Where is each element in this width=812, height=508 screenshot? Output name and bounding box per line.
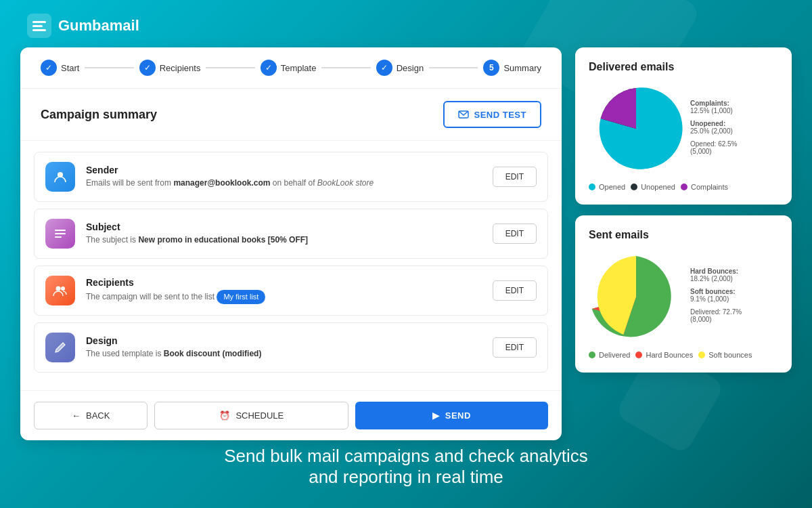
steps-bar: ✓ Start ✓ Recipients ✓ Template ✓ Design… bbox=[20, 47, 562, 89]
delivered-pie-container bbox=[589, 81, 683, 176]
step-design-label: Design bbox=[397, 63, 424, 73]
step-design: ✓ Design bbox=[376, 60, 424, 76]
step-summary-label: Summary bbox=[503, 63, 541, 73]
sent-chart-title: Sent emails bbox=[589, 229, 778, 241]
summary-header: Campaign summary SEND TEST bbox=[20, 89, 562, 141]
legend-soft-bounces: Soft bounces bbox=[698, 351, 752, 359]
delivered-dot bbox=[589, 352, 595, 358]
summary-title: Campaign summary bbox=[41, 108, 157, 122]
sender-edit-button[interactable]: EDIT bbox=[493, 167, 537, 187]
clock-icon: ⏰ bbox=[219, 410, 230, 421]
send-test-button[interactable]: SEND TEST bbox=[443, 101, 541, 128]
logo-text: Gumbamail bbox=[58, 17, 139, 35]
connector-3 bbox=[321, 67, 370, 68]
sent-chart-legend: Delivered Hard Bounces Soft bounces bbox=[589, 351, 778, 359]
delivered-chart-legend: Opened Unopened Complaints bbox=[589, 183, 778, 191]
recipients-content: Recipients The campaign will be sent to … bbox=[86, 277, 482, 304]
step-start-label: Start bbox=[61, 63, 79, 73]
legend-complaints: Complaints bbox=[681, 183, 728, 191]
recipients-edit-button[interactable]: EDIT bbox=[493, 280, 537, 301]
send-arrow-icon: ▶ bbox=[432, 410, 440, 421]
subject-edit-button[interactable]: EDIT bbox=[493, 224, 537, 244]
svg-rect-5 bbox=[55, 230, 66, 231]
tagline-line2: and reporting in real time bbox=[0, 467, 812, 488]
schedule-button[interactable]: ⏰ SCHEDULE bbox=[154, 402, 348, 429]
subject-content: Subject The subject is New promo in educ… bbox=[86, 221, 482, 246]
delivered-chart-content: Complaints:12.5% (1,000) Unopened:25.0% … bbox=[589, 81, 778, 176]
design-content: Design The used template is Book discoun… bbox=[86, 335, 482, 360]
sent-chart-panel: Sent emails Hard Bounces:18.2% (2,000) bbox=[575, 215, 792, 373]
logo-icon bbox=[27, 14, 51, 38]
legend-opened: Opened bbox=[589, 183, 625, 191]
delivered-chart-title: Delivered emails bbox=[589, 61, 778, 73]
opened-legend-label: Opened bbox=[599, 183, 625, 191]
sender-content: Sender Emails will be sent from manager@… bbox=[86, 165, 482, 189]
step-template-label: Template bbox=[281, 63, 317, 73]
sender-icon bbox=[45, 162, 75, 192]
legend-hard-bounces: Hard Bounces bbox=[635, 351, 693, 359]
complaints-label: Complaints:12.5% (1,000) bbox=[690, 100, 778, 114]
step-summary-num: 5 bbox=[483, 60, 499, 76]
recipients-desc: The campaign will be sent to the list My… bbox=[86, 290, 482, 304]
unopened-legend-label: Unopened bbox=[641, 183, 675, 191]
step-summary: 5 Summary bbox=[483, 60, 541, 76]
sent-chart-labels: Hard Bounces:18.2% (2,000) Soft bounces:… bbox=[690, 268, 778, 326]
subject-title: Subject bbox=[86, 221, 482, 232]
connector-1 bbox=[85, 67, 133, 68]
delivered-chart-panel: Delivered emails bbox=[575, 47, 792, 205]
step-template-check: ✓ bbox=[261, 60, 277, 76]
unopened-label: Unopened:25.0% (2,000) bbox=[690, 120, 778, 135]
svg-rect-0 bbox=[32, 21, 46, 23]
subject-desc: The subject is New promo in educational … bbox=[86, 234, 482, 246]
sent-chart-content: Hard Bounces:18.2% (2,000) Soft bounces:… bbox=[589, 249, 778, 344]
back-button[interactable]: ← BACK bbox=[34, 402, 148, 429]
back-arrow-icon: ← bbox=[72, 410, 81, 421]
hard-bounces-dot bbox=[635, 352, 642, 358]
design-title: Design bbox=[86, 335, 482, 346]
connector-2 bbox=[206, 67, 254, 68]
recipients-item: Recipients The campaign will be sent to … bbox=[34, 266, 548, 316]
logo: Gumbamail bbox=[27, 14, 139, 38]
tagline-line1: Send bulk mail campaigns and check analy… bbox=[0, 446, 812, 467]
design-item: Design The used template is Book discoun… bbox=[34, 322, 548, 373]
sender-title: Sender bbox=[86, 165, 482, 175]
soft-bounces-dot bbox=[698, 352, 705, 358]
step-design-check: ✓ bbox=[376, 60, 392, 76]
sender-item: Sender Emails will be sent from manager@… bbox=[34, 152, 548, 202]
campaign-panel: ✓ Start ✓ Recipients ✓ Template ✓ Design… bbox=[20, 47, 562, 440]
step-recipients: ✓ Recipients bbox=[139, 60, 201, 76]
delivered-pie-svg-2 bbox=[589, 81, 683, 176]
step-recipients-check: ✓ bbox=[139, 60, 156, 76]
complaints-dot bbox=[681, 184, 687, 190]
legend-delivered: Delivered bbox=[589, 351, 630, 359]
campaign-items: Sender Emails will be sent from manager@… bbox=[20, 141, 562, 390]
unopened-dot bbox=[631, 184, 637, 190]
delivered-label: Delivered: 72.7%(8,000) bbox=[690, 308, 778, 323]
complaints-legend-label: Complaints bbox=[691, 183, 728, 191]
svg-point-9 bbox=[61, 287, 65, 291]
design-edit-button[interactable]: EDIT bbox=[493, 337, 537, 358]
svg-rect-7 bbox=[55, 236, 62, 238]
svg-point-8 bbox=[56, 287, 61, 291]
sent-pie-svg bbox=[589, 249, 683, 344]
envelope-icon bbox=[458, 109, 469, 120]
right-panels: Delivered emails bbox=[575, 47, 792, 440]
sender-desc: Emails will be sent from manager@bookloo… bbox=[86, 177, 482, 189]
soft-bounces-label: Soft bounces:9.1% (1,000) bbox=[690, 288, 778, 303]
step-start-check: ✓ bbox=[41, 60, 57, 76]
svg-rect-2 bbox=[32, 29, 46, 31]
step-start: ✓ Start bbox=[41, 60, 79, 76]
subject-item: Subject The subject is New promo in educ… bbox=[34, 209, 548, 259]
opened-dot bbox=[589, 184, 595, 190]
recipients-icon bbox=[45, 276, 75, 305]
delivered-legend-label: Delivered bbox=[599, 351, 630, 359]
tagline: Send bulk mail campaigns and check analy… bbox=[0, 446, 812, 488]
step-template: ✓ Template bbox=[261, 60, 317, 76]
delivered-chart-labels: Complaints:12.5% (1,000) Unopened:25.0% … bbox=[690, 100, 778, 158]
hard-bounces-label: Hard Bounces:18.2% (2,000) bbox=[690, 268, 778, 282]
subject-icon bbox=[45, 219, 75, 249]
content-area: ✓ Start ✓ Recipients ✓ Template ✓ Design… bbox=[20, 47, 792, 440]
legend-unopened: Unopened bbox=[631, 183, 675, 191]
soft-bounces-legend-label: Soft bounces bbox=[708, 351, 752, 359]
send-button[interactable]: ▶ SEND bbox=[355, 402, 548, 429]
